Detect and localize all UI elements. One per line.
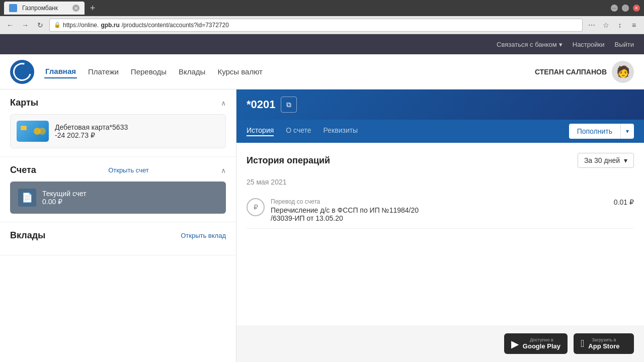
active-tab[interactable]: Газпромбанк ✕: [4, 2, 85, 15]
nav-home[interactable]: Главная: [44, 65, 77, 78]
accounts-collapse-icon[interactable]: ∧: [221, 166, 226, 174]
site-navbar: Главная Платежи Переводы Вклады Курсы ва…: [0, 54, 644, 89]
account-icon: 📄: [18, 189, 36, 207]
accounts-header: Счета Открыть счет ∧: [10, 165, 226, 175]
app-store-name: App Store: [588, 342, 619, 350]
nav-deposits[interactable]: Вклады: [178, 65, 206, 78]
history-title: История операций: [247, 155, 330, 166]
replenish-area: Пополнить ▾: [569, 124, 634, 139]
user-avatar[interactable]: 🧑: [612, 61, 634, 83]
deposits-title: Вклады: [10, 230, 45, 241]
main-navigation: Главная Платежи Переводы Вклады Курсы ва…: [44, 65, 264, 78]
logo-inner: [10, 59, 34, 84]
cards-collapse-icon[interactable]: ∧: [221, 99, 226, 107]
copy-account-button[interactable]: ⧉: [281, 97, 297, 113]
window-minimize[interactable]: —: [611, 5, 618, 12]
url-suffix: /products/content/accounts?id=7372720: [122, 22, 229, 29]
forward-button[interactable]: →: [19, 19, 31, 31]
period-chevron-icon: ▾: [624, 156, 627, 164]
history-item-description: Перечисление д/с в ФССП по ИП №11984/20/…: [271, 206, 608, 222]
history-item-icon: ₽: [247, 198, 265, 216]
window-maximize[interactable]: □: [622, 5, 629, 12]
back-button[interactable]: ←: [4, 19, 16, 31]
new-tab-button[interactable]: +: [87, 2, 99, 14]
history-date: 25 мая 2021: [247, 178, 634, 186]
contact-bank-label: Связаться с банком: [497, 41, 557, 48]
app-store-prefix: Загрузить в: [588, 337, 619, 342]
accounts-title: Счета: [10, 165, 36, 175]
card-chip: [21, 126, 27, 130]
nav-payments[interactable]: Платежи: [87, 65, 120, 78]
tab-favicon: [9, 4, 17, 12]
sidebar: Карты ∧ Дебетовая карта*5633 -24 202.73 …: [0, 89, 236, 362]
bookmark-button[interactable]: ☆: [600, 19, 612, 31]
accounts-section: Счета Открыть счет ∧ 📄 Текущий счет 0.00…: [0, 157, 236, 222]
history-header: История операций За 30 дней ▾: [247, 153, 634, 168]
period-dropdown[interactable]: За 30 дней ▾: [578, 153, 634, 168]
google-play-icon: ▶: [511, 338, 519, 350]
replenish-button[interactable]: Пополнить: [569, 124, 620, 139]
refresh-button[interactable]: ↻: [34, 19, 46, 31]
user-name: СТЕПАН САЛПАНОВ: [535, 68, 607, 76]
window-close[interactable]: ✕: [633, 5, 640, 12]
debit-card-item[interactable]: Дебетовая карта*5633 -24 202.73 ₽: [10, 114, 226, 148]
copy-icon: ⧉: [286, 101, 291, 109]
url-prefix: https://online.: [63, 22, 99, 29]
menu-button[interactable]: ≡: [628, 19, 640, 31]
account-header: *0201 ⧉: [236, 89, 644, 120]
account-number: *0201: [247, 98, 276, 111]
open-deposit-link[interactable]: Открыть вклад: [181, 232, 226, 239]
open-account-link[interactable]: Открыть счет: [108, 166, 149, 174]
site-logo[interactable]: [10, 60, 34, 84]
history-item-amount: 0.01 ₽: [614, 198, 634, 206]
tab-history[interactable]: История: [247, 126, 274, 136]
replenish-dropdown-button[interactable]: ▾: [620, 124, 634, 139]
logout-link[interactable]: Выйти: [615, 41, 634, 48]
account-name: Текущий счет: [42, 190, 218, 198]
card-name: Дебетовая карта*5633: [55, 123, 219, 131]
right-panel: *0201 ⧉ История О счете Реквизиты Пополн…: [236, 89, 644, 362]
app-store-text: Загрузить в App Store: [588, 337, 619, 350]
contact-bank-chevron: ▾: [559, 41, 562, 48]
google-play-text: Доступно в Google Play: [523, 337, 560, 350]
google-play-prefix: Доступно в: [523, 337, 560, 342]
history-item-details: Перевод со счета Перечисление д/с в ФССП…: [271, 198, 608, 222]
tabs-left: История О счете Реквизиты: [247, 126, 358, 136]
history-item-category: Перевод со счета: [271, 198, 608, 205]
main-content: Карты ∧ Дебетовая карта*5633 -24 202.73 …: [0, 89, 644, 362]
address-bar[interactable]: 🔒 https://online.gpb.ru/products/content…: [49, 19, 583, 32]
account-balance: 0.00 ₽: [42, 198, 218, 206]
nav-right-buttons: ⋯ ☆ ↕ ≡: [586, 19, 640, 31]
account-tabs: История О счете Реквизиты Пополнить ▾: [236, 120, 644, 143]
google-play-badge[interactable]: ▶ Доступно в Google Play: [504, 333, 568, 354]
lock-icon: 🔒: [54, 22, 61, 28]
card-balance: -24 202.73 ₽: [55, 131, 219, 139]
tab-about[interactable]: О счете: [286, 126, 311, 136]
user-area: СТЕПАН САЛПАНОВ 🧑: [535, 61, 634, 83]
settings-link[interactable]: Настройки: [573, 41, 605, 48]
card-image: [17, 121, 49, 142]
nav-transfers[interactable]: Переводы: [130, 65, 168, 78]
contact-bank-link[interactable]: Связаться с банком ▾: [497, 41, 562, 48]
url-bold: gpb.ru: [101, 22, 119, 29]
logout-label: Выйти: [615, 41, 634, 48]
extensions-button[interactable]: ⋯: [586, 19, 598, 31]
app-store-icon: : [581, 338, 584, 349]
browser-navbar: ← → ↻ 🔒 https://online.gpb.ru/products/c…: [0, 16, 644, 34]
current-account-item[interactable]: 📄 Текущий счет 0.00 ₽: [10, 182, 226, 214]
nav-exchange[interactable]: Курсы валют: [216, 65, 264, 78]
tab-requisites[interactable]: Реквизиты: [324, 126, 358, 136]
card-balance-decimals: .73 ₽: [78, 131, 95, 139]
tab-close-button[interactable]: ✕: [72, 5, 79, 12]
site-topbar: Связаться с банком ▾ Настройки Выйти: [0, 34, 644, 54]
cards-title: Карты: [10, 98, 38, 108]
cards-header: Карты ∧: [10, 98, 226, 108]
history-section: История операций За 30 дней ▾ 25 мая 202…: [236, 143, 644, 325]
app-store-badge[interactable]:  Загрузить в App Store: [574, 333, 634, 354]
browser-titlebar: Газпромбанк ✕ + — □ ✕: [0, 0, 644, 16]
card-stripe: [34, 128, 46, 135]
sync-button[interactable]: ↕: [614, 19, 626, 31]
history-item: ₽ Перевод со счета Перечисление д/с в ФС…: [247, 192, 634, 229]
card-balance-value: -24 202: [55, 131, 78, 139]
ruble-icon: ₽: [254, 203, 258, 211]
